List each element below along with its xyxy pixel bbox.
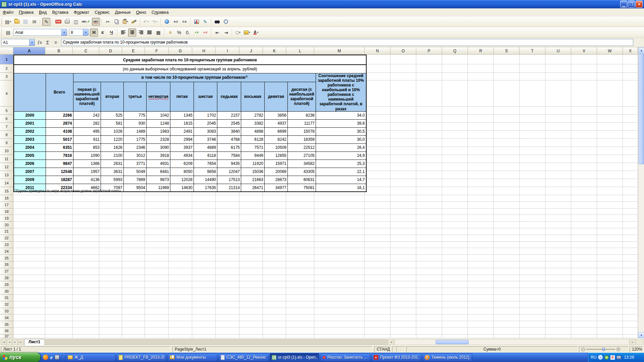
edit-mode-button[interactable]: ✎: [42, 18, 50, 26]
zoom-slider[interactable]: − +: [579, 346, 629, 352]
column-header-W[interactable]: W: [597, 47, 623, 55]
decile-value-cell[interactable]: 3840: [217, 127, 241, 135]
find-and-replace-button[interactable]: [213, 18, 221, 26]
taskbar-button[interactable]: PROEKT_FB_2013-2015: [117, 353, 166, 361]
decile-value-cell[interactable]: 3771: [124, 160, 147, 168]
decile-value-cell[interactable]: 28673: [265, 176, 288, 184]
decile-value-cell[interactable]: 12047: [217, 168, 241, 176]
app-window-icon[interactable]: [55, 355, 59, 360]
page-style[interactable]: PageStyle_Лист1: [172, 346, 372, 352]
decile-value-cell[interactable]: 9858: [194, 168, 217, 176]
decile-value-cell[interactable]: 3918: [147, 152, 170, 160]
year-cell[interactable]: 2006: [14, 160, 46, 168]
sort-descending-button[interactable]: Z↓A: [180, 18, 189, 26]
year-cell[interactable]: 2002: [14, 127, 46, 135]
decile-value-cell[interactable]: 12855: [265, 152, 288, 160]
taskbar-button[interactable]: sr-zpl3 (1).xls - Open...: [270, 353, 319, 361]
menu-Справка[interactable]: Справка: [149, 9, 171, 15]
decile-value-cell[interactable]: 7584: [217, 152, 241, 160]
row-header-21[interactable]: 21: [0, 228, 13, 235]
increase-indent-button[interactable]: ⇥: [222, 28, 230, 37]
decile-value-cell[interactable]: 2491: [170, 127, 194, 135]
taskbar-button[interactable]: Мои документы: [168, 353, 217, 361]
decile-header-cell[interactable]: третья: [124, 82, 147, 111]
ratio-cell[interactable]: 22,1: [316, 168, 366, 176]
chevron-down-icon[interactable]: ▼: [61, 29, 67, 36]
decile-value-cell[interactable]: 14490: [194, 176, 217, 184]
decile-value-cell[interactable]: 43305: [288, 168, 316, 176]
last-sheet-button[interactable]: ▶|: [18, 339, 23, 345]
horizontal-scrollbar[interactable]: [394, 339, 629, 345]
decile-header-cell[interactable]: восьмая: [241, 82, 265, 111]
year-cell[interactable]: 2004: [14, 143, 46, 152]
decile-value-cell[interactable]: 3090: [147, 143, 170, 152]
decile-value-cell[interactable]: 18359: [288, 135, 316, 143]
format-paintbrush-button[interactable]: [130, 18, 138, 26]
row-header-24[interactable]: 24: [0, 248, 13, 255]
decile-value-cell[interactable]: 4136: [73, 176, 101, 184]
row-header-17[interactable]: 17: [0, 202, 13, 208]
column-header-R[interactable]: R: [468, 47, 494, 55]
ratio-cell[interactable]: 16,1: [316, 184, 366, 192]
decile-value-cell[interactable]: 2994: [170, 135, 194, 143]
column-header-S[interactable]: S: [494, 47, 520, 55]
decile-header-cell[interactable]: седьмая: [217, 82, 241, 111]
decile-header-cell[interactable]: десятая (с наибольшей заработной платой): [288, 82, 316, 111]
decile-header-cell[interactable]: четвертая: [147, 82, 170, 111]
column-header-Q[interactable]: Q: [442, 47, 468, 55]
row-header-10[interactable]: 10: [0, 147, 13, 155]
row-header-15[interactable]: 15: [0, 187, 13, 195]
column-header-A[interactable]: A: [13, 47, 45, 55]
chevron-down-icon[interactable]: ▼: [83, 29, 88, 36]
decile-value-cell[interactable]: 1615: [170, 119, 194, 127]
total-cell[interactable]: 12548: [46, 168, 73, 176]
decile-value-cell[interactable]: 7869: [124, 176, 147, 184]
font-size-combo[interactable]: 8 ▼: [69, 29, 89, 36]
decile-value-cell[interactable]: 4931: [147, 160, 170, 168]
decile-value-cell[interactable]: 15036: [241, 168, 265, 176]
zoom-track[interactable]: [586, 349, 615, 350]
decile-value-cell[interactable]: 853: [73, 143, 101, 152]
number-format-percent-button[interactable]: %: [175, 28, 183, 37]
row-header-26[interactable]: 26: [0, 261, 13, 268]
toolbar-grip[interactable]: [1, 18, 3, 26]
menu-Данные[interactable]: Данные: [112, 9, 133, 15]
new-document-button[interactable]: ▤▾: [4, 18, 12, 26]
menu-Вид[interactable]: Вид: [36, 9, 50, 15]
close-button[interactable]: ×: [636, 1, 643, 8]
total-cell[interactable]: 9847: [46, 160, 73, 168]
align-left-button[interactable]: [119, 28, 127, 37]
decile-header-cell[interactable]: шестая: [194, 82, 217, 111]
restore-button[interactable]: ❐: [628, 1, 635, 8]
sheet-grid[interactable]: Средняя заработная плата по 10-процентны…: [13, 55, 638, 338]
previous-sheet-button[interactable]: ◀: [7, 339, 12, 345]
scroll-left-icon[interactable]: ◀: [388, 339, 394, 345]
year-cell[interactable]: 2005: [14, 152, 46, 160]
menu-Окно[interactable]: Окно: [133, 9, 149, 15]
row-header-9[interactable]: 9: [0, 139, 13, 147]
row-header-22[interactable]: 22: [0, 235, 13, 242]
decile-value-cell[interactable]: 11177: [288, 119, 316, 127]
align-right-button[interactable]: [137, 28, 145, 37]
number-format-currency-button[interactable]: ¤: [166, 28, 174, 37]
decile-value-cell[interactable]: 26471: [241, 184, 265, 192]
decile-value-cell[interactable]: 1983: [147, 127, 170, 135]
row-header-12[interactable]: 12: [0, 163, 13, 171]
navigator-button[interactable]: [222, 18, 230, 26]
total-cell[interactable]: 2874: [46, 119, 73, 127]
menu-Формат[interactable]: Формат: [71, 9, 92, 15]
column-header-K[interactable]: K: [263, 47, 286, 55]
ratio-header-cell[interactable]: Соотношение средней заработной платы 10%…: [316, 73, 366, 111]
row-header-27[interactable]: 27: [0, 268, 13, 275]
row-header-5[interactable]: 5: [0, 107, 13, 115]
scroll-down-icon[interactable]: ▼: [638, 332, 644, 338]
decile-value-cell[interactable]: 3746: [194, 135, 217, 143]
decile-value-cell[interactable]: 4898: [241, 127, 265, 135]
decile-value-cell[interactable]: 4937: [265, 119, 288, 127]
window-titlebar[interactable]: sr-zpl3 (1).xls - OpenOffice.org Calc ▁ …: [0, 0, 644, 8]
decile-value-cell[interactable]: 1042: [147, 111, 170, 119]
row-header-1[interactable]: 1: [0, 55, 13, 64]
decile-value-cell[interactable]: 21663: [241, 176, 265, 184]
decile-value-cell[interactable]: 6699: [265, 127, 288, 135]
select-all-corner[interactable]: [0, 47, 13, 55]
